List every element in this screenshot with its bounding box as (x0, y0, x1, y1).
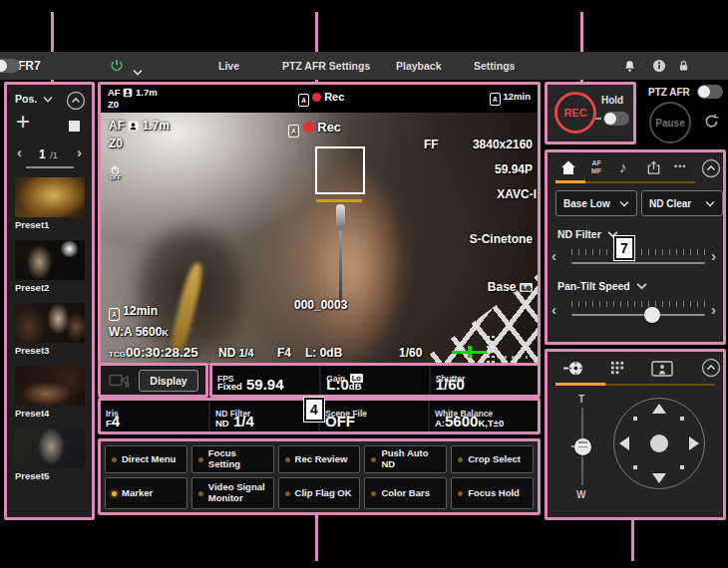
assign-button-video-signal-monitor[interactable]: Video Signal Monitor (191, 477, 274, 509)
pt-slider-right[interactable]: › (711, 302, 716, 317)
pt-slider-left[interactable]: ‹ (551, 302, 556, 317)
wb-unit: K (162, 328, 169, 338)
white-balance-cell[interactable]: White Balance A:5600K,T±0 (430, 401, 538, 431)
info-icon[interactable] (652, 59, 666, 77)
stop-button[interactable] (69, 121, 80, 132)
audio-level-meter (487, 336, 490, 364)
restart-icon[interactable] (703, 113, 720, 134)
power-button[interactable] (110, 59, 124, 77)
pan-tilt-speed-section[interactable]: Pan-Tilt Speed (557, 280, 647, 292)
pt-slider-ticks (571, 301, 705, 307)
diag-up-right-dot[interactable] (680, 417, 684, 421)
osd-codec: XAVC-I (497, 187, 537, 201)
chevron-up-circle-icon (701, 158, 721, 178)
pause-button[interactable]: Pause (649, 102, 691, 143)
assignable-buttons-panel: Direct Menu Focus Setting Rec Review Pus… (98, 438, 541, 515)
lock-toggle[interactable] (0, 59, 20, 73)
collapse-adjust-panel-button[interactable] (701, 158, 721, 182)
base-look-dropdown[interactable]: Base Low (555, 190, 637, 216)
ptz-afr-toggle[interactable] (697, 85, 723, 99)
preset-label-2: Preset2 (15, 282, 49, 293)
tab-live[interactable]: Live (218, 52, 239, 80)
tab-playback[interactable]: Playback (396, 52, 442, 80)
tab-active-underline (555, 180, 585, 183)
gain-cell[interactable]: Gain Lo L:0dB (321, 366, 428, 395)
wb-value: 5600 (445, 413, 478, 429)
assign-button-focus-setting[interactable]: Focus Setting (191, 445, 274, 473)
tab-ptz-afr-settings[interactable]: PTZ AFR Settings (282, 52, 370, 80)
assign-button-clip-flag-ok[interactable]: Clip Flag OK (278, 477, 361, 509)
strip-af-distance: AF 1.7m (108, 87, 158, 98)
scene-file-cell[interactable]: Scene File OFF (320, 401, 428, 431)
diag-down-left-dot[interactable] (633, 465, 637, 469)
preset-thumbnail-4[interactable] (15, 366, 85, 406)
assign-button-push-auto-nd[interactable]: Push Auto ND (364, 445, 447, 473)
notification-bell-icon[interactable] (623, 59, 636, 77)
tab-joystick[interactable] (563, 360, 584, 381)
assign-button-direct-menu[interactable]: Direct Menu (105, 445, 187, 473)
iris-cell[interactable]: Iris F4 (101, 401, 208, 431)
preset-thumbnail-5[interactable] (15, 428, 85, 468)
preset-mode-label: Pos. (15, 93, 37, 105)
tab-preset-grid[interactable] (609, 360, 626, 381)
stabilizer-off-icon: OFF (109, 164, 122, 180)
collapse-ptz-panel-button[interactable] (701, 358, 721, 382)
tab-more[interactable]: ••• (674, 161, 686, 171)
assign-led (198, 457, 203, 462)
next-page-button[interactable]: › (77, 144, 82, 159)
pan-right-arrow[interactable] (689, 436, 699, 450)
nd-clear-dropdown[interactable]: ND Clear (641, 190, 723, 216)
nd-clear-value: ND Clear (649, 198, 691, 209)
pan-left-arrow[interactable] (619, 436, 629, 450)
preset-thumbnail-2[interactable] (15, 240, 85, 280)
zoom-slider-thumb[interactable] (574, 438, 591, 455)
assign-button-focus-hold[interactable]: Focus Hold (451, 477, 534, 509)
pt-slider-track[interactable] (571, 314, 705, 316)
chevron-down-icon (43, 96, 53, 103)
nd-slider-track[interactable] (571, 262, 705, 264)
tab-output[interactable] (646, 160, 661, 179)
preset-thumbnail-1[interactable] (15, 177, 85, 217)
add-preset-button[interactable]: + (16, 111, 30, 133)
rec-label: Rec (324, 91, 344, 103)
live-view[interactable]: AF 1.7m Z0 OFF A Rec FF 3840x2160 59.94P… (101, 113, 538, 364)
tilt-down-arrow[interactable] (652, 473, 666, 483)
grid-dots-icon (609, 360, 626, 377)
nd-filter-section[interactable]: ND Filter (557, 228, 618, 240)
page: FR7 Live PTZ AFR Settings Playback Setti… (0, 0, 728, 568)
tab-home[interactable] (559, 159, 577, 180)
display-button[interactable]: Display (139, 370, 198, 392)
diag-up-left-dot[interactable] (633, 417, 637, 421)
tab-settings[interactable]: Settings (474, 52, 515, 80)
rec-hold-toggle[interactable] (603, 112, 629, 126)
page-scrollbar[interactable] (26, 166, 74, 168)
fps-cell[interactable]: FPS Fixed 59.94 (212, 366, 319, 395)
page-current: 1 (39, 147, 46, 161)
rec-button[interactable]: REC (554, 92, 596, 134)
preset-thumbnail-3[interactable] (15, 303, 85, 343)
collapse-panel-button[interactable] (66, 91, 86, 111)
assign-button-rec-review[interactable]: Rec Review (278, 445, 361, 473)
nd-slider-right[interactable]: › (711, 248, 716, 263)
preset-mode-dropdown[interactable]: Pos. (15, 93, 53, 105)
nd-slider-left[interactable]: ‹ (551, 248, 556, 263)
nd-filter-cell[interactable]: ND Filter ND 1/4 (210, 401, 318, 431)
tab-auto-framing[interactable] (651, 361, 673, 381)
gain-unit: dB (349, 381, 362, 392)
tilt-up-arrow[interactable] (652, 404, 666, 414)
prev-page-button[interactable]: ‹ (17, 144, 22, 159)
power-menu-chevron[interactable] (133, 62, 143, 80)
tab-focus[interactable]: AF MF (591, 159, 601, 174)
preset-label-3: Preset3 (15, 345, 49, 356)
assign-button-color-bars[interactable]: Color Bars (364, 477, 447, 509)
pad-center-button[interactable] (650, 434, 668, 452)
shutter-cell[interactable]: Shutter 1/60 (431, 366, 538, 395)
pt-slider-thumb[interactable] (644, 307, 660, 323)
tab-audio[interactable]: ♪ (619, 158, 627, 175)
camera-status-strip: AF 1.7m Z0 A Rec A 12min (101, 85, 538, 113)
tele-label: T (578, 394, 584, 405)
assign-button-marker[interactable]: Marker (105, 477, 187, 509)
assign-button-crop-select[interactable]: Crop Select (451, 445, 534, 473)
diag-down-right-dot[interactable] (680, 465, 684, 469)
nd-prefix: ND (215, 418, 229, 428)
